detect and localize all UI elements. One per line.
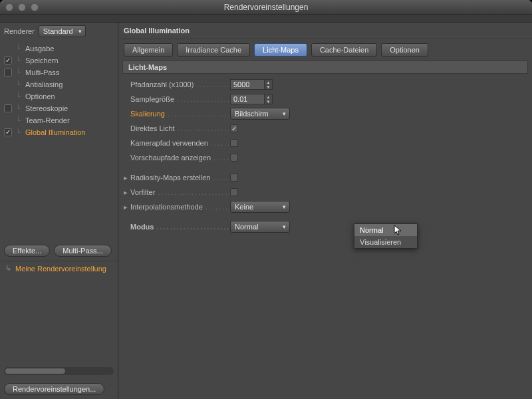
button-label: Effekte... — [13, 247, 41, 255]
tree-branch-icon: └ — [15, 45, 23, 53]
direktes-licht-label: Direktes Licht — [130, 124, 230, 132]
tree-branch-icon: └ — [15, 80, 23, 88]
pfadanzahl-field[interactable]: 5000▲▼ — [230, 79, 273, 90]
sidebar-item-label: Multi-Pass — [25, 68, 59, 76]
sidebar-item-gi[interactable]: └Global Illumination — [0, 126, 118, 138]
tab-irradiance-cache[interactable]: Irradiance Cache — [177, 43, 250, 57]
tree-branch-icon: └ — [15, 104, 23, 112]
select-value: Normal — [235, 223, 258, 231]
spinner-icon[interactable]: ▲▼ — [264, 94, 272, 104]
renderer-label: Renderer — [4, 27, 35, 35]
panel-title: Global Illumination — [118, 23, 532, 39]
field-value: 0.01 — [233, 95, 247, 103]
spinner-icon[interactable]: ▲▼ — [264, 80, 272, 89]
main-panel: Global Illumination Allgemein Irradiance… — [118, 23, 532, 399]
tab-label: Allgemein — [132, 46, 164, 54]
tree-branch-icon: └ — [15, 128, 23, 136]
sidebar-item-speichern[interactable]: └Speichern — [0, 55, 118, 66]
section-header: Licht-Maps — [122, 61, 528, 74]
button-label: Rendervoreinstellungen... — [13, 385, 96, 393]
modus-label: Modus — [130, 223, 230, 231]
tab-label: Irradiance Cache — [186, 46, 241, 54]
settings-tree: └Ausgabe └Speichern └Multi-Pass └Antiali… — [0, 40, 118, 138]
interpolation-label: Interpolationsmethode — [130, 203, 230, 211]
sidebar-item-label: Global Illumination — [25, 128, 86, 136]
preset-label: Meine Rendervoreinstellung — [15, 265, 106, 273]
expand-icon[interactable]: ▸ — [124, 203, 129, 211]
vorschaupfade-checkbox[interactable] — [230, 154, 238, 162]
kamerapfad-checkbox[interactable] — [230, 139, 238, 147]
samplegroesse-field[interactable]: 0.01▲▼ — [230, 94, 273, 104]
sidebar-item-label: Speichern — [25, 57, 59, 65]
expand-icon[interactable]: ▸ — [124, 188, 129, 197]
vorfilter-label: Vorfilter — [130, 188, 230, 196]
sidebar-item-ausgabe[interactable]: └Ausgabe — [0, 43, 118, 55]
sidebar-item-stereoskopie[interactable]: └Stereoskopie — [0, 102, 118, 114]
tree-branch-icon: └ — [15, 92, 23, 100]
tree-branch-icon: └ — [15, 57, 23, 65]
tree-branch-icon: └ — [15, 68, 23, 76]
option-label: Normal — [360, 226, 383, 234]
radiosity-label: Radiosity-Maps erstellen — [130, 174, 230, 182]
renderer-select[interactable]: Standard — [39, 25, 86, 37]
window-title: Rendervoreinstellungen — [0, 3, 532, 12]
tree-branch-icon: └ — [15, 116, 23, 124]
kamerapfad-label: Kamerapfad verwenden — [130, 139, 230, 147]
expand-arrow-icon[interactable]: ↳ — [5, 264, 11, 273]
multipass-button[interactable]: Multi-Pass... — [54, 245, 112, 257]
scrollbar-thumb[interactable] — [5, 368, 65, 374]
tab-label: Cache-Dateien — [320, 46, 368, 54]
direktes-licht-checkbox[interactable] — [230, 124, 238, 132]
tab-cache-dateien[interactable]: Cache-Dateien — [311, 43, 377, 57]
sidebar-item-antialiasing[interactable]: └Antialiasing — [0, 78, 118, 90]
sidebar: Renderer Standard └Ausgabe └Speichern └M… — [0, 23, 118, 399]
sidebar-item-label: Antialiasing — [25, 80, 63, 88]
sidebar-item-label: Ausgabe — [25, 45, 54, 53]
form: Pfadanzahl (x1000) 5000▲▼ Samplegröße 0.… — [118, 78, 532, 235]
checkbox[interactable] — [4, 128, 12, 136]
button-label: Multi-Pass... — [63, 247, 103, 255]
render-settings-window: Rendervoreinstellungen Renderer Standard… — [0, 0, 532, 399]
tab-label: Optionen — [390, 46, 420, 54]
horizontal-scrollbar[interactable] — [4, 367, 114, 375]
tab-optionen[interactable]: Optionen — [381, 43, 428, 57]
preset-row[interactable]: ↳ Meine Rendervoreinstellung — [0, 261, 118, 278]
samplegroesse-label: Samplegröße — [130, 95, 230, 103]
sidebar-item-label: Optionen — [25, 92, 55, 100]
skalierung-select[interactable]: Bildschirm — [230, 108, 290, 120]
tab-allgemein[interactable]: Allgemein — [124, 43, 173, 57]
render-settings-button[interactable]: Rendervoreinstellungen... — [4, 383, 104, 395]
sidebar-item-teamrender[interactable]: └Team-Render — [0, 114, 118, 126]
titlebar[interactable]: Rendervoreinstellungen — [0, 0, 532, 15]
effects-button[interactable]: Effekte... — [4, 245, 50, 257]
sidebar-item-label: Stereoskopie — [25, 104, 68, 112]
expand-icon[interactable]: ▸ — [124, 174, 129, 182]
option-label: Visualisieren — [360, 238, 401, 246]
dropdown-option-normal[interactable]: Normal — [354, 224, 417, 236]
sidebar-item-multipass[interactable]: └Multi-Pass — [0, 66, 118, 78]
interpolation-select[interactable]: Keine — [230, 201, 290, 213]
checkbox[interactable] — [4, 104, 12, 112]
dropdown-option-visualisieren[interactable]: Visualisieren — [354, 236, 417, 248]
pfadanzahl-label: Pfadanzahl (x1000) — [130, 80, 230, 88]
vorfilter-checkbox[interactable] — [230, 188, 238, 196]
checkbox[interactable] — [4, 57, 12, 65]
select-value: Keine — [235, 203, 253, 211]
field-value: 5000 — [233, 80, 249, 88]
select-value: Bildschirm — [235, 110, 269, 118]
sidebar-item-optionen[interactable]: └Optionen — [0, 90, 118, 102]
sidebar-item-label: Team-Render — [25, 116, 70, 124]
tab-bar: Allgemein Irradiance Cache Licht-Maps Ca… — [118, 39, 532, 61]
skalierung-label: Skalierung — [130, 110, 230, 118]
radiosity-checkbox[interactable] — [230, 174, 238, 182]
modus-dropdown-menu: Normal Visualisieren — [354, 223, 418, 249]
modus-select[interactable]: Normal — [230, 221, 290, 233]
renderer-value: Standard — [43, 27, 73, 35]
tab-licht-maps[interactable]: Licht-Maps — [254, 43, 307, 57]
checkbox[interactable] — [4, 68, 12, 76]
toolbar-grip[interactable] — [0, 15, 532, 23]
vorschaupfade-label: Vorschaupfade anzeigen — [130, 154, 230, 162]
tab-label: Licht-Maps — [263, 46, 299, 54]
